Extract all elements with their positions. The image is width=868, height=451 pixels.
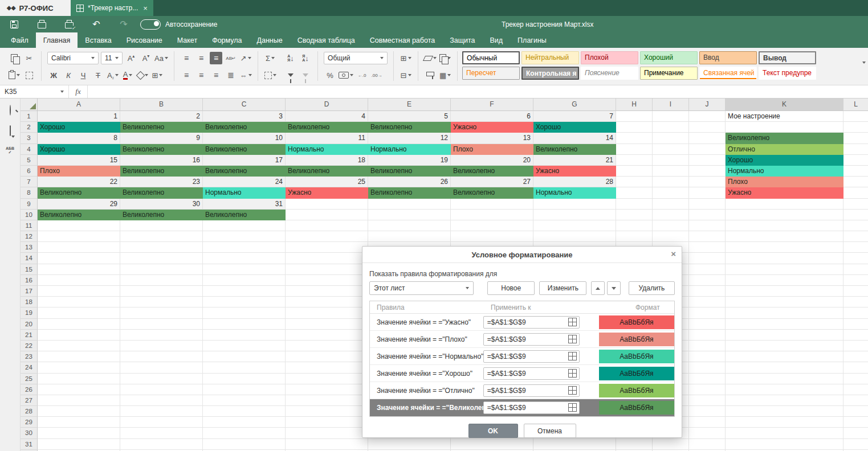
- cell-D18[interactable]: [286, 297, 368, 308]
- cell-J13[interactable]: [689, 242, 726, 253]
- cell-H10[interactable]: [616, 210, 653, 220]
- cell-G5[interactable]: 21: [533, 155, 616, 166]
- menu-item-Совместная работа[interactable]: Совместная работа: [362, 32, 442, 48]
- cell-C10[interactable]: Великолепно: [203, 210, 286, 220]
- cell-A30[interactable]: [38, 428, 120, 438]
- rule-range-input[interactable]: =$A$1:$G$9: [483, 384, 580, 397]
- format-rule-row-6[interactable]: Значение ячейки = ="Великолепно"=$A$1:$G…: [370, 399, 674, 416]
- cell-E9[interactable]: [368, 199, 451, 210]
- cell-L29[interactable]: [843, 417, 868, 428]
- cell-A23[interactable]: [38, 351, 120, 362]
- cell-style-Ввод[interactable]: Ввод: [699, 51, 757, 64]
- rule-range-input[interactable]: =$A$1:$G$9: [483, 401, 580, 414]
- cell-J19[interactable]: [689, 308, 726, 318]
- cell-G6[interactable]: Ужасно: [533, 166, 616, 177]
- cell-L4[interactable]: [843, 144, 868, 155]
- cell-K21[interactable]: [726, 330, 843, 341]
- cell-H3[interactable]: [616, 133, 653, 144]
- row-header-26[interactable]: 26: [21, 384, 38, 395]
- cell-J1[interactable]: [689, 111, 726, 122]
- cell-C26[interactable]: [203, 384, 286, 395]
- cell-I6[interactable]: [653, 166, 689, 177]
- cell-J12[interactable]: [689, 231, 726, 242]
- conditional-formatting-button[interactable]: [439, 52, 451, 64]
- align-right-button[interactable]: ≡: [210, 69, 222, 81]
- column-header-G[interactable]: G: [533, 99, 616, 111]
- menu-item-Сводная таблица[interactable]: Сводная таблица: [290, 32, 362, 48]
- cell-K30[interactable]: [726, 428, 843, 438]
- cell-D10[interactable]: [286, 210, 368, 220]
- cell-J21[interactable]: [689, 330, 726, 341]
- format-painter-button[interactable]: [424, 69, 437, 81]
- row-header-6[interactable]: 6: [21, 166, 38, 177]
- merge-cells-button[interactable]: ⇔: [239, 69, 252, 81]
- select-all-corner[interactable]: [21, 99, 38, 111]
- select-range-icon[interactable]: [568, 386, 577, 395]
- cell-G3[interactable]: 14: [533, 133, 616, 144]
- cell-I7[interactable]: [653, 177, 689, 187]
- cell-E12[interactable]: [368, 231, 451, 242]
- cell-C21[interactable]: [203, 330, 286, 341]
- sort-asc-button[interactable]: АЯ↓: [284, 52, 297, 64]
- cell-K15[interactable]: [726, 264, 843, 275]
- cell-L1[interactable]: [843, 111, 868, 122]
- cell-A26[interactable]: [38, 384, 120, 395]
- cell-C7[interactable]: 24: [203, 177, 286, 187]
- cell-B2[interactable]: Великолепно: [120, 122, 203, 133]
- cell-I1[interactable]: [653, 111, 689, 122]
- cell-C19[interactable]: [203, 308, 286, 318]
- italic-button[interactable]: К: [62, 69, 75, 81]
- cell-K26[interactable]: [726, 384, 843, 395]
- cell-A8[interactable]: Великолепно: [38, 187, 120, 198]
- cell-F4[interactable]: Плохо: [451, 144, 533, 155]
- cell-D24[interactable]: [286, 362, 368, 373]
- cell-L14[interactable]: [843, 253, 868, 264]
- cell-A14[interactable]: [38, 253, 120, 264]
- cell-C13[interactable]: [203, 242, 286, 253]
- cell-L23[interactable]: [843, 351, 868, 362]
- cell-style-Нейтральный[interactable]: Нейтральный: [521, 51, 579, 64]
- cell-K19[interactable]: [726, 308, 843, 318]
- cell-A9[interactable]: 29: [38, 199, 120, 210]
- redo-button[interactable]: ↷: [117, 19, 130, 30]
- subscript-button[interactable]: А₂: [107, 69, 119, 81]
- autosave-toggle[interactable]: [140, 19, 161, 30]
- cell-J30[interactable]: [689, 428, 726, 438]
- cell-J11[interactable]: [689, 220, 726, 231]
- row-header-12[interactable]: 12: [21, 231, 38, 242]
- cell-K12[interactable]: [726, 231, 843, 242]
- clear-button[interactable]: [424, 52, 437, 64]
- cell-G2[interactable]: Хорошо: [533, 122, 616, 133]
- row-header-17[interactable]: 17: [21, 286, 38, 297]
- cell-J26[interactable]: [689, 384, 726, 395]
- align-bottom-button[interactable]: ≡: [210, 52, 222, 64]
- cell-C5[interactable]: 17: [203, 155, 286, 166]
- cell-A11[interactable]: [38, 220, 120, 231]
- format-rule-row-2[interactable]: Значение ячейки = ="Плохо"=$A$1:$G$9АаВb…: [370, 331, 674, 348]
- menu-item-Вид[interactable]: Вид: [482, 32, 510, 48]
- cell-C16[interactable]: [203, 275, 286, 286]
- name-box[interactable]: K35: [0, 85, 69, 98]
- quick-print-button[interactable]: [63, 19, 75, 30]
- cell-K16[interactable]: [726, 275, 843, 286]
- cell-A20[interactable]: [38, 319, 120, 330]
- sort-desc-button[interactable]: ЯА↓: [299, 52, 312, 64]
- row-header-4[interactable]: 4: [21, 144, 38, 155]
- cell-J7[interactable]: [689, 177, 726, 187]
- decrease-font-button[interactable]: А▾: [140, 52, 152, 64]
- menu-item-Файл[interactable]: Файл: [3, 32, 36, 48]
- cell-E3[interactable]: 12: [368, 133, 451, 144]
- ok-button[interactable]: OK: [468, 424, 518, 438]
- cell-K13[interactable]: [726, 242, 843, 253]
- cell-D1[interactable]: 4: [286, 111, 368, 122]
- cell-B16[interactable]: [120, 275, 203, 286]
- document-tab[interactable]: *Трекер настр... ×: [71, 0, 153, 16]
- cell-D25[interactable]: [286, 374, 368, 384]
- cell-D17[interactable]: [286, 286, 368, 297]
- column-header-C[interactable]: C: [203, 99, 286, 111]
- select-range-icon[interactable]: [568, 403, 577, 412]
- cell-J8[interactable]: [689, 187, 726, 198]
- fill-color-button[interactable]: [136, 69, 149, 81]
- clear-filter-button[interactable]: [299, 69, 312, 81]
- cell-A12[interactable]: [38, 231, 120, 242]
